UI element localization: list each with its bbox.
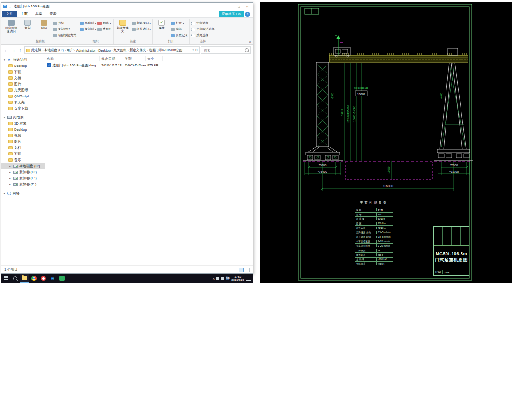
titlebar[interactable]: ▾ 造船门吊h-106.8m总图 – □ × [1,3,253,10]
breadcrumb-segment[interactable]: 此电脑 [31,48,42,52]
sidebar-item-local-disk-c[interactable]: ▸ 本地磁盘 (C:) [1,163,45,169]
forward-icon[interactable]: → [10,48,16,52]
sidebar-quick-access[interactable]: ▾ ★ 快速访问 [1,57,45,63]
tray-network-icon[interactable] [221,277,224,280]
breadcrumb[interactable]: 此电脑 › 本地磁盘 (C:) › 用户 › Administrator › D… [24,46,200,54]
search-input[interactable] [203,48,244,52]
taskbar-chrome[interactable] [29,274,38,283]
invert-selection-button[interactable]: 反向选择 [191,33,215,38]
sidebar-item-volume-f[interactable]: ▸ 新加卷 (F:) [1,181,45,187]
sidebar-item-documents[interactable]: 文档 [1,75,45,81]
group-label-open: 打开 [154,39,188,44]
sidebar-item-pc-desktop[interactable]: Desktop [1,126,45,133]
ribbon-group-clipboard: 固定到快速访问 复制 粘贴 剪切 复制路径 [2,19,78,44]
notification-center-icon[interactable] [246,276,251,281]
open-button[interactable]: 打开 ▾ [171,21,188,26]
breadcrumb-segment[interactable]: 九天图纸 [113,48,127,52]
easy-access-button[interactable]: 轻松访问 ▾ [132,27,151,32]
sidebar-item-qmscript[interactable]: QMScript [1,93,45,99]
copy-to-button[interactable]: 复制到 ▾ [80,27,96,32]
drive-icon [13,177,18,180]
tray-expand-icon[interactable]: ∧ [212,277,215,280]
new-folder-button[interactable]: 新建文件夹 [115,19,130,33]
file-row[interactable]: 造船门吊h-106.8m总图.dwg 2010/1/17 13:28 ZWCAD… [45,62,253,68]
table-row: 最大轮压≤35 t [355,252,393,257]
breadcrumb-segment[interactable]: 新建文件夹 [129,48,147,52]
sidebar-item-pc-documents[interactable]: 文档 [1,145,45,151]
column-type[interactable]: 类型 [123,56,146,61]
collapse-ribbon-icon[interactable]: ∧ [249,40,251,44]
sidebar-item-videos[interactable]: 视频 [1,133,45,139]
properties-button[interactable]: ✓ 属性 [154,19,169,29]
minimize-button[interactable]: – [226,3,235,10]
refresh-icon[interactable]: ↻ [195,48,198,52]
sidebar-item-baidu-download[interactable]: 百度下载 [1,105,45,111]
sidebar-item-downloads[interactable]: 下载 [1,69,45,75]
breadcrumb-segment[interactable]: Desktop [98,49,111,52]
cut-button[interactable]: 剪切 [53,21,76,26]
tray-status-icon[interactable] [216,277,219,280]
tab-view[interactable]: 查看 [46,11,60,17]
start-button[interactable] [1,274,10,283]
details-view-button[interactable] [239,268,244,272]
taskbar-red-app[interactable] [38,274,48,283]
taskbar-green-app[interactable] [57,274,67,283]
sidebar-this-pc[interactable]: ▾ 此电脑 [1,114,45,120]
column-size[interactable]: 大小 [146,56,163,61]
taskbar-search-button[interactable] [10,274,20,283]
folder-icon [8,70,13,74]
svg-text:70000: 70000 [450,164,458,167]
column-date-modified[interactable]: 修改日期 [100,56,123,61]
help-icon[interactable]: ? [245,12,250,17]
copy-path-button[interactable]: 复制路径 [53,27,76,32]
tab-share[interactable]: 共享 [31,11,46,17]
sidebar-item-desktop[interactable]: Desktop [1,63,45,69]
breadcrumb-segment[interactable]: 用户 [66,48,74,52]
new-item-button[interactable]: 新建项目 ▾ [132,21,151,26]
folder-icon [8,88,13,92]
sidebar-network[interactable]: ▸ 网络 [1,190,45,196]
sidebar-item-pictures[interactable]: 图片 [1,81,45,87]
qat-customize-icon[interactable]: ▾ [9,5,11,8]
breadcrumb-segment[interactable]: 本地磁盘 (C:) [44,48,64,52]
maximize-button[interactable]: □ [235,3,243,10]
taskbar-file-explorer[interactable] [20,274,29,283]
tab-file[interactable]: 文件 [2,11,17,17]
sidebar-item-3d-objects[interactable]: 3D 对象 [1,120,45,126]
rename-button[interactable]: 重命名 [97,27,112,32]
paste-button[interactable]: 粘贴 [37,19,52,29]
select-all-button[interactable]: 全部选择 [191,21,215,26]
sidebar-item-pc-pictures[interactable]: 图片 [1,139,45,145]
tab-home[interactable]: 主页 [17,11,31,17]
edit-button[interactable]: 编辑 [171,27,188,32]
sidebar-item-pc-downloads[interactable]: 下载 [1,151,45,157]
close-button[interactable]: × [243,3,252,10]
move-to-button[interactable]: 移动到 ▾ [80,21,96,26]
address-dropdown-icon[interactable]: ▾ [193,48,194,52]
ime-indicator[interactable]: 拼 [226,276,230,281]
back-icon[interactable]: ← [3,48,9,52]
sidebar-item-volume-e[interactable]: ▸ 新加卷 (E:) [1,175,45,181]
copy-button[interactable]: 复制 [20,19,35,29]
tab-app-tools[interactable]: 应用程序工具 [219,11,244,17]
windows-logo-icon [4,276,8,280]
sidebar-item-jiutian[interactable]: 九天图纸 [1,87,45,93]
up-icon[interactable]: ↑ [17,48,23,52]
thumbnail-view-button[interactable] [245,268,250,272]
breadcrumb-segment[interactable]: 造船门吊h-106.8m总图 [149,48,183,52]
taskbar-clock[interactable]: 17:52 2021/3/25 [231,275,244,282]
select-none-button[interactable]: 全部取消选择 [191,27,215,32]
column-name[interactable]: 名称 [45,56,100,61]
paste-shortcut-button[interactable]: 粘贴快捷方式 [53,33,76,38]
breadcrumb-segment[interactable]: Administrator [76,49,96,52]
delete-button[interactable]: 删除 ▾ [97,21,112,26]
search-box[interactable] [201,46,251,54]
sidebar-item-music[interactable]: 音乐 [1,157,45,163]
sidebar-item-volume-d[interactable]: ▸ 新加卷 (D:) [1,169,45,175]
new-folder-icon [119,20,126,26]
taskbar-edge[interactable]: e [48,274,57,283]
pin-to-quick-access-button[interactable]: 固定到快速访问 [4,19,19,33]
sidebar-item-xuewuxian[interactable]: 学无先 [1,99,45,105]
history-button[interactable]: 历史记录 [171,33,188,38]
status-bar: 1 个项目 [1,265,253,273]
